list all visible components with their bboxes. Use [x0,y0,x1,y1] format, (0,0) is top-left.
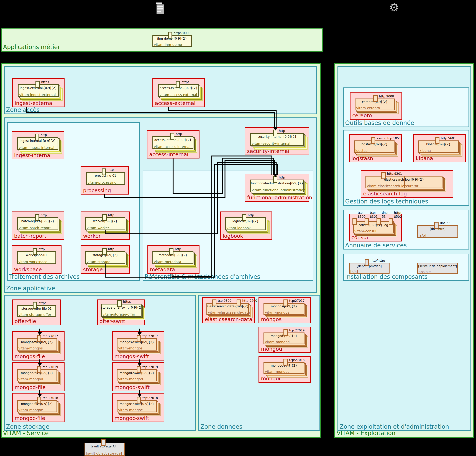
component-mongos-swift: tcp:27017mongos-swift-[0-9]{2}vitam-mong… [117,338,157,351]
mongos-swift-sublabel: vitam-mongos [118,346,143,350]
mongod-file-port-icon [37,366,41,373]
kibana-port-icon [435,137,440,144]
consul-port-icon [365,218,369,225]
batch-report-port-label: http [41,213,47,217]
consul-port-label: dns: [382,211,388,215]
component-kibana: http:5601kibana-[0-9]{2}kibana [418,140,459,153]
access-external-sublabel: vitam-access-external [160,93,197,97]
batch-report-port-icon [35,214,39,221]
cerebro-port-label: http:9000 [379,95,394,98]
consul-port-label: 8500 [394,215,402,219]
ingest-internal-sublabel: vitam-ingest-internal [19,146,54,149]
mongoc-file-port-icon [37,397,41,403]
elasticsearch-data-port-icon [237,299,241,306]
component-access-external: httpsaccess-external-[0-9]{2}vitam-acces… [158,84,199,97]
processing-port-label: http [108,168,114,172]
mongod-swift-port-icon [137,366,141,373]
security-internal-sublabel: vitam-security-internal [252,141,290,145]
swift-object-storage-sublabel: [swift object storage] [86,451,122,455]
elasticsearch-log-port-icon [381,172,386,179]
document-icon-line [157,9,163,9]
worker-port-icon [102,214,107,221]
component-mongod-swift: tcp:27019mongod-swift-[0-9]{2}vitam-mong… [117,369,157,381]
workspace-port-icon [33,248,37,255]
ihm-demo-port-label: http:7000 [174,31,189,35]
storage-offer-file-sublabel: vitam-storage-offer [18,313,51,317]
mongos-swift-port-label: tcp:27017 [143,334,158,338]
depot-rpm-deb-port-label: http/https [370,259,385,262]
worker-port-label: http [108,213,114,217]
component-metadata: httpmetadata-[0-9]{2}vitam-metadata [153,251,193,264]
group-label-offer-file: offer-file [15,318,36,324]
component-logstash: syslog:tcp:10514logstash-[0-9]{2}logstas… [354,140,395,153]
component-worker: httpworker-[0-9]{2}vitam-worker [85,217,125,230]
document-icon-body [157,4,164,14]
zone-label-outils-bases-de-donnee: Outils bases de donnée [345,119,414,126]
group-label-mongos-swift: mongos-swift [114,353,149,360]
document-icon [155,2,164,14]
component-processing: httpprocessing-01vitam-processing [86,172,125,185]
security-internal-port-label: http [279,129,285,133]
elasticsearch-data-sublabel: vitam-elasticsearch-data [208,310,250,314]
mongod-file-port-label: tcp:27019 [42,365,58,369]
component-access-internal: httpaccess-internal-[0-9]{2}vitam-access… [153,136,193,149]
mongos-sublabel: vitam-mongos [265,310,289,314]
component-security-internal: httpsecurity-internal-[0-9]{2}vitam-secu… [250,133,304,146]
group-label-mongod-file: mongod-file [15,384,46,390]
storage-offer-swift-port-icon [117,300,122,307]
mongoc-port-label: tcp:27018 [289,358,305,362]
mongos-port-label: tcp:27017 [289,299,305,303]
access-internal-sublabel: vitam-access-internal [154,145,190,149]
ingest-external-port-icon [35,81,40,88]
gear-icon: ⚙ [389,0,399,15]
access-internal-port-label: http [176,132,182,136]
component-mongod: tcp:27019mongod-[0-9]{2}vitam-mongod [264,333,305,344]
component-mongoc: tcp:27018mongoc-[0-9]{2}vitam-mongoc [264,362,305,374]
mongos-port-icon [283,299,288,306]
zone-label-installation-des-composants: Installation des composants [345,273,427,280]
elasticsearch-log-port-label: http:9201 [387,172,402,175]
consul-port-icon [389,218,393,225]
kibana-port-label: http:5601 [441,137,456,140]
logbook-sublabel: vitam-logbook [226,226,251,230]
component-cerebro: http:9000cerebro-[0-9]{2}vitam-cerebro [355,98,395,110]
group-label-mongoc-swift: mongoc-swift [114,415,149,421]
cerebro-port-icon [373,95,378,102]
workspace-sublabel: vitam-workspace [18,260,47,264]
ingest-external-sublabel: vitam-ingest-external [19,93,56,97]
zone-label-zone-donnees: Zone données [200,423,242,430]
zone-label-traitement-des-archives: Traitement des archives [9,273,80,280]
component-batch-report: httpbatch-report-[0-9]{2}vitam-batch-rep… [17,217,58,230]
mongod-port-icon [283,329,288,336]
group-label-mongos-file: mongos-file [15,353,45,360]
elasticsearch-data-port-label: tcp:9300 [218,299,231,303]
component-ihm-demo: http:7000ihm-demo-[0-9]{2}vitam-ihm-demo [153,35,192,47]
mongod-sublabel: vitam-mongod [265,340,290,344]
ihm-demo-sublabel: vitam-ihm-demo [154,43,182,47]
group-label-mongod-swift: mongod-swift [114,384,150,390]
storage-sublabel: vitam-storage [87,260,110,264]
component-mongos: tcp:27017mongos-[0-9]{2}vitam-mongos [264,303,305,315]
dns-infra-port-label: dns:53 [440,221,450,225]
ingest-external-port-label: https [41,80,49,84]
logstash-sublabel: logstash [355,149,370,153]
consul-port-label: tcp: [358,211,364,215]
component-mongoc-file: tcp:27018mongoc-file-[0-9]{2}vitam-mongo… [17,400,57,412]
swift-object-storage-port-icon [101,439,106,446]
consul-port-icon [376,218,381,225]
zone-label-zone-applicative: Zone applicative [6,285,55,292]
access-internal-port-icon [170,133,174,140]
workspace-port-label: http [39,247,45,251]
component-ingest-external: httpsingest-external-[0-9]{2}vitam-inges… [18,84,59,97]
access-external-port-label: https [181,80,189,84]
elasticsearch-log-sublabel-2: curator [406,184,418,188]
processing-port-icon [102,168,106,175]
component-mongos-file: tcp:27017mongos-file-[0-9]{2}vitam-mongo… [17,338,57,351]
functional-administration-sublabel: vitam-functional-administration [252,188,305,192]
mongod-port-label: tcp:27019 [289,329,305,332]
mongoc-sublabel: vitam-mongoc [265,370,289,374]
metadata-sublabel: vitam-metadata [154,260,181,264]
mongoc-swift-port-label: tcp:27018 [143,396,158,400]
component-storage-offer-file: httpsstorage-offer-file-01vitam-storage-… [17,305,56,317]
document-icon-line [157,6,163,7]
